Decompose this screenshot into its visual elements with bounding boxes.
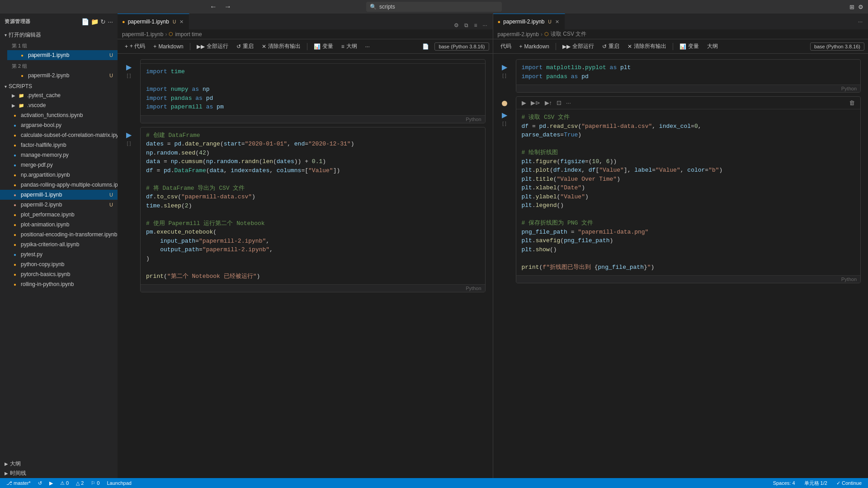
- cell-info-status[interactable]: 单元格 1/2: [802, 480, 829, 487]
- more-toolbar-button[interactable]: ···: [362, 42, 373, 51]
- more-button-2[interactable]: ···: [856, 14, 864, 29]
- outline-toolbar-button-2[interactable]: 大纲: [703, 41, 722, 52]
- sidebar-item-plot-perf[interactable]: ● plot_performace.ipynb: [0, 210, 118, 220]
- add-code-button[interactable]: + + 代码: [121, 41, 149, 52]
- timeline-section-header[interactable]: ▶ 时间线: [0, 469, 118, 478]
- refresh-icon[interactable]: ↻: [100, 18, 106, 25]
- errors-status[interactable]: ⚠ 0: [58, 480, 71, 486]
- collapse-icon[interactable]: ···: [108, 18, 113, 25]
- restart-button[interactable]: ↺ 重启: [233, 41, 257, 52]
- outline-button[interactable]: ≡: [472, 21, 479, 29]
- tab-close-button[interactable]: ✕: [179, 18, 184, 26]
- title-bar-search[interactable]: 🔍 scripts: [366, 2, 502, 12]
- sidebar-item-positional[interactable]: ● positional-encoding-in-transformer.ipy…: [0, 230, 118, 239]
- cell-body-2-1[interactable]: import matplotlib.pyplot as plt import p…: [516, 59, 861, 93]
- sidebar-item-pypika[interactable]: ● pypika-criterion-all.ipynb: [0, 239, 118, 249]
- sync-status[interactable]: ↺: [36, 480, 44, 486]
- settings-button[interactable]: ⚙: [452, 21, 461, 29]
- run-all-button[interactable]: ▶▶ 全部运行: [193, 41, 232, 52]
- cell-run-button-2-1[interactable]: ▶: [501, 62, 508, 72]
- variables-button-2[interactable]: 📊 变量: [676, 41, 703, 52]
- nav-back-button[interactable]: ←: [208, 2, 219, 12]
- variables-button[interactable]: 📊 变量: [310, 41, 337, 52]
- run-status[interactable]: ▶: [47, 480, 55, 486]
- more-button[interactable]: ···: [481, 21, 489, 29]
- modified-badge: U: [109, 202, 113, 207]
- sidebar-item-pandas[interactable]: ● pandas-rolling-apply-multiple-columns.…: [0, 180, 118, 190]
- outline-section-header[interactable]: ▶ 大纲: [0, 459, 118, 469]
- sidebar-item-pytest[interactable]: ● pytest.py: [0, 249, 118, 259]
- ipynb-icon: ●: [12, 142, 18, 148]
- cell-run-mini-btn[interactable]: ▶: [520, 99, 528, 107]
- sidebar-item-python-copy[interactable]: ● python-copy.ipynb: [0, 259, 118, 269]
- launchpad-status[interactable]: Launchpad: [105, 480, 133, 486]
- sidebar-item-papermill1[interactable]: ● papermill-1.ipynb U: [0, 190, 118, 200]
- status-left: ⎇ master* ↺ ▶ ⚠ 0 △ 2 ⚐ 0 Launchpad: [5, 480, 133, 486]
- run-all-button-2[interactable]: ▶▶ 全部运行: [559, 41, 598, 52]
- cell-run-button-2-2[interactable]: ▶: [501, 110, 508, 120]
- spaces-status[interactable]: Spaces: 4: [771, 480, 797, 486]
- tab-bar-actions-2: ···: [853, 14, 868, 29]
- add-markdown-button-2[interactable]: + Markdown: [516, 42, 553, 51]
- scripts-list: ▶ 📁 .pytest_cache ▶ 📁 .vscode ● activati…: [0, 90, 118, 289]
- sidebar-item-vscode[interactable]: ▶ 📁 .vscode: [0, 100, 118, 110]
- new-file-icon[interactable]: 📄: [81, 18, 89, 25]
- tab-papermill2[interactable]: ● papermill-2.ipynb U ✕: [493, 14, 565, 29]
- sidebar-item-nparg[interactable]: ● np.argpartition.ipynb: [0, 170, 118, 180]
- sidebar-item-argparse[interactable]: ● argparse-bool.py: [0, 120, 118, 130]
- cell-more-btn[interactable]: ···: [564, 99, 573, 107]
- tab-modified-2: U: [548, 19, 552, 24]
- restart-button-2[interactable]: ↺ 重启: [599, 41, 623, 52]
- continue-status[interactable]: ✓ Continue: [835, 480, 863, 486]
- markdown-label-2: Markdown: [524, 43, 549, 50]
- issues-label: ⚐ 0: [91, 480, 99, 486]
- issues-status[interactable]: ⚐ 0: [89, 480, 101, 486]
- sidebar-item-papermill2-editor[interactable]: ● papermill-2.ipynb U: [7, 70, 118, 80]
- settings-icon[interactable]: ⚙: [858, 4, 863, 10]
- add-code-button-2[interactable]: 代码: [497, 41, 515, 52]
- sidebar-item-activation[interactable]: ● activation_functions.ipynb: [0, 110, 118, 120]
- breadcrumb-item-1[interactable]: papermill-1.ipynb: [122, 31, 163, 38]
- layout-icon[interactable]: ⊞: [849, 4, 854, 10]
- cell-expand-btn[interactable]: ⊡: [555, 99, 563, 107]
- sidebar-item-pytorch[interactable]: ● pytorch-basics.ipynb: [0, 269, 118, 279]
- clear-label: 清除所有输出: [268, 42, 301, 50]
- sidebar-item-plot-anim[interactable]: ● plot-animation.ipynb: [0, 220, 118, 230]
- outline-toolbar-button[interactable]: ≡ 大纲: [338, 41, 361, 52]
- breadcrumb-item-2[interactable]: import time: [175, 31, 202, 38]
- sidebar-item-rolling[interactable]: ● rolling-in-python.ipynb: [0, 279, 118, 289]
- clear-outputs-button[interactable]: ✕ 清除所有输出: [258, 41, 304, 52]
- cell-body-1[interactable]: import time import numpy as np import pa…: [140, 59, 486, 123]
- cell-body-2[interactable]: # 创建 DataFrame dates = pd.date_range(sta…: [140, 127, 486, 293]
- cell-run-next-btn[interactable]: ▶⊳: [529, 99, 542, 107]
- sidebar-item-papermill2[interactable]: ● papermill-2.ipynb U: [0, 200, 118, 210]
- kernel-badge[interactable]: base (Python 3.8.16): [434, 42, 489, 51]
- cell-run-button-2[interactable]: ▶: [125, 130, 132, 140]
- add-markdown-button[interactable]: + Markdown: [150, 42, 187, 51]
- new-folder-icon[interactable]: 📁: [91, 18, 99, 25]
- clear-outputs-button-2[interactable]: ✕ 清除所有输出: [624, 41, 670, 52]
- sidebar-item-factor[interactable]: ● factor-halflife.ipynb: [0, 140, 118, 150]
- sidebar-item-calculate[interactable]: ● calculate-subset-of-correlation-matrix…: [0, 130, 118, 140]
- tab-papermill1[interactable]: ● papermill-1.ipynb U ✕: [118, 14, 189, 29]
- warnings-status[interactable]: △ 2: [74, 480, 85, 486]
- sidebar-item-merge[interactable]: ● merge-pdf.py: [0, 160, 118, 170]
- sidebar-item-papermill1-editor[interactable]: ● papermill-1.ipynb U: [7, 50, 118, 60]
- open-editors-header[interactable]: ▾ 打开的编辑器: [0, 30, 118, 40]
- branch-status[interactable]: ⎇ master*: [5, 480, 33, 486]
- nav-forward-button[interactable]: →: [222, 2, 233, 12]
- cell-run-above-btn[interactable]: ▶↑: [543, 99, 554, 107]
- sidebar-item-manage[interactable]: ● manage-memory.py: [0, 150, 118, 160]
- file-name: .vscode: [27, 102, 46, 108]
- file-icon-btn[interactable]: 📄: [419, 42, 433, 51]
- cell-run-button-1[interactable]: ▶: [125, 62, 132, 72]
- cell-delete-btn[interactable]: 🗑: [847, 99, 857, 107]
- cell-body-2-2[interactable]: ▶ ▶⊳ ▶↑ ⊡ ··· 🗑 # 读取 CSV 文件 df = pd.read…: [516, 96, 861, 283]
- breadcrumb-item-2-1[interactable]: papermill-2.ipynb: [498, 31, 539, 38]
- kernel-badge-2[interactable]: base (Python 3.8.16): [810, 42, 864, 51]
- tab-close-button-2[interactable]: ✕: [554, 18, 560, 26]
- split-button[interactable]: ⧉: [462, 21, 470, 29]
- scripts-section-header[interactable]: ▾ SCRIPTS: [0, 82, 118, 90]
- sidebar-item-pytest-cache[interactable]: ▶ 📁 .pytest_cache: [0, 90, 118, 100]
- breadcrumb-item-2-2[interactable]: 读取 CSV 文件: [551, 30, 586, 38]
